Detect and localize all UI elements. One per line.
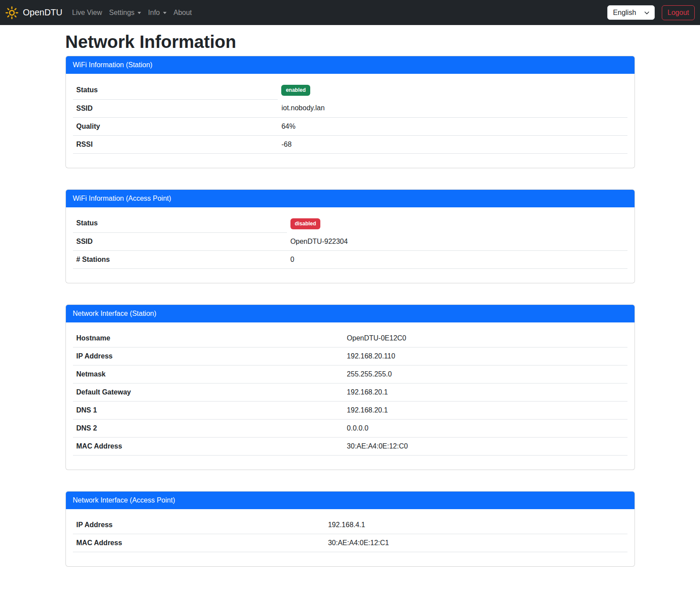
card-network-interface-access-point: Network Interface (Access Point) IP Addr…: [65, 491, 635, 567]
table-row: IP Address 192.168.20.110: [73, 347, 627, 365]
row-value: 192.168.4.1: [324, 516, 627, 534]
row-label: Quality: [73, 117, 278, 135]
nav-item-label: About: [174, 9, 192, 17]
table-row: MAC Address 30:AE:A4:0E:12:C1: [73, 534, 627, 552]
sun-icon: [5, 6, 18, 19]
nav-item-live-view[interactable]: Live View: [69, 5, 105, 20]
row-label: MAC Address: [73, 534, 325, 552]
row-value: 64%: [278, 117, 627, 135]
row-label: Netmask: [73, 365, 344, 384]
row-label: DNS 1: [73, 402, 344, 420]
card-wifi-station: WiFi Information (Station) Status enable…: [65, 56, 635, 168]
row-value: 30:AE:A4:0E:12:C1: [324, 534, 627, 552]
table-row: SSID OpenDTU-922304: [73, 233, 627, 251]
card-network-interface-station: Network Interface (Station) Hostname Ope…: [65, 304, 635, 470]
row-value: 192.168.20.110: [343, 347, 627, 365]
card-body: Status enabled SSID iot.nobody.lan Quali…: [66, 74, 635, 168]
nav-item-label: Live View: [72, 9, 102, 17]
table-row: Default Gateway 192.168.20.1: [73, 384, 627, 402]
caret-down-icon: [138, 12, 141, 14]
card-header: Network Interface (Access Point): [66, 492, 635, 509]
row-value: OpenDTU-0E12C0: [343, 329, 627, 347]
card-header: WiFi Information (Access Point): [66, 190, 635, 207]
row-value: OpenDTU-922304: [287, 233, 627, 251]
row-value: 0.0.0.0: [343, 420, 627, 438]
logout-button[interactable]: Logout: [662, 5, 695, 20]
row-label: Status: [73, 81, 278, 99]
nav-item-settings[interactable]: Settings: [105, 5, 145, 20]
main-content: Network Information WiFi Information (St…: [65, 31, 635, 567]
row-value: 0: [287, 251, 627, 269]
row-value: 192.168.20.1: [343, 384, 627, 402]
card-header: Network Interface (Station): [66, 305, 635, 322]
caret-down-icon: [163, 12, 167, 14]
nav-item-info[interactable]: Info: [145, 5, 170, 20]
row-value: disabled: [287, 214, 627, 233]
brand-label: OpenDTU: [23, 7, 62, 18]
row-label: IP Address: [73, 516, 325, 534]
language-select[interactable]: English: [607, 5, 655, 20]
card-body: Hostname OpenDTU-0E12C0 IP Address 192.1…: [66, 322, 635, 470]
row-value: 255.255.255.0: [343, 365, 627, 384]
table-row: Status disabled: [73, 214, 627, 233]
table-row: RSSI -68: [73, 135, 627, 153]
table-row: IP Address 192.168.4.1: [73, 516, 627, 534]
status-badge: disabled: [290, 218, 321, 229]
main-nav: Live View Settings Info About: [69, 5, 196, 20]
page-title: Network Information: [65, 31, 635, 52]
card-body: Status disabled SSID OpenDTU-922304 # St…: [66, 207, 635, 283]
nav-item-label: Settings: [109, 9, 134, 17]
card-body: IP Address 192.168.4.1 MAC Address 30:AE…: [66, 509, 635, 566]
table-row: Hostname OpenDTU-0E12C0: [73, 329, 627, 347]
row-label: DNS 2: [73, 420, 344, 438]
row-label: Hostname: [73, 329, 344, 347]
row-label: SSID: [73, 233, 287, 251]
row-label: Default Gateway: [73, 384, 344, 402]
card-wifi-access-point: WiFi Information (Access Point) Status d…: [65, 189, 635, 284]
nav-item-about[interactable]: About: [170, 5, 196, 20]
row-value: 192.168.20.1: [343, 402, 627, 420]
status-badge: enabled: [281, 85, 310, 96]
table-row: Netmask 255.255.255.0: [73, 365, 627, 384]
row-label: Status: [73, 214, 287, 233]
row-label: RSSI: [73, 135, 278, 153]
row-label: IP Address: [73, 347, 344, 365]
table-row: # Stations 0: [73, 251, 627, 269]
row-value: -68: [278, 135, 627, 153]
navbar: OpenDTU Live View Settings Info About En…: [0, 0, 700, 25]
row-value: enabled: [278, 81, 627, 99]
row-label: MAC Address: [73, 438, 344, 456]
row-label: SSID: [73, 99, 278, 117]
table-row: DNS 1 192.168.20.1: [73, 402, 627, 420]
table-row: DNS 2 0.0.0.0: [73, 420, 627, 438]
row-value: iot.nobody.lan: [278, 99, 627, 117]
table-row: Status enabled: [73, 81, 627, 99]
table-row: SSID iot.nobody.lan: [73, 99, 627, 117]
table-row: MAC Address 30:AE:A4:0E:12:C0: [73, 438, 627, 456]
row-label: # Stations: [73, 251, 287, 269]
brand[interactable]: OpenDTU: [5, 6, 62, 19]
table-row: Quality 64%: [73, 117, 627, 135]
card-header: WiFi Information (Station): [66, 56, 635, 74]
nav-item-label: Info: [148, 9, 160, 17]
row-value: 30:AE:A4:0E:12:C0: [343, 438, 627, 456]
